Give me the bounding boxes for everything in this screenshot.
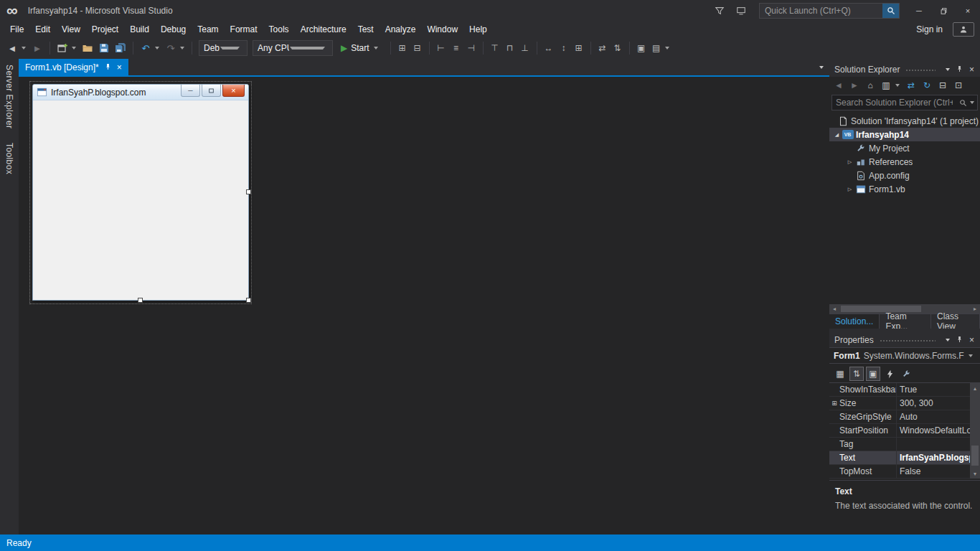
open-documents-dropdown-icon[interactable] <box>819 66 824 69</box>
navigate-back-icon[interactable]: ◄ <box>831 78 846 93</box>
chevron-down-icon[interactable] <box>72 47 76 50</box>
events-icon[interactable] <box>882 367 897 381</box>
refresh-icon[interactable]: ↻ <box>920 78 934 93</box>
scroll-up-icon[interactable]: ▴ <box>970 383 980 393</box>
scroll-left-icon[interactable]: ◂ <box>829 304 839 314</box>
new-project-icon[interactable] <box>55 40 70 56</box>
close-panel-icon[interactable]: × <box>966 63 978 75</box>
menu-project[interactable]: Project <box>86 22 124 37</box>
feedback-filter-icon[interactable] <box>709 0 730 22</box>
save-all-icon[interactable] <box>113 40 128 56</box>
expander-collapsed-icon[interactable]: ▷ <box>845 159 854 165</box>
property-row-text[interactable]: Text IrfanSyahP.blogspot.com <box>829 451 970 465</box>
scrollbar-track[interactable] <box>970 393 980 468</box>
navigate-back-icon[interactable]: ◄ <box>4 40 20 56</box>
categorized-icon[interactable]: ▦ <box>833 367 847 381</box>
pin-icon[interactable] <box>953 63 966 75</box>
tree-item-app-config[interactable]: App.config <box>829 169 980 182</box>
form-close-button[interactable]: × <box>222 85 245 97</box>
property-value[interactable]: False <box>897 465 970 478</box>
property-value[interactable]: IrfanSyahP.blogspot.com <box>897 451 970 464</box>
tab-class-view[interactable]: Class View <box>931 314 980 329</box>
align-tops-icon[interactable]: ⊤ <box>488 40 502 56</box>
alphabetical-icon[interactable]: ⇅ <box>849 367 864 381</box>
tab-solution-explorer[interactable]: Solution... <box>829 314 880 329</box>
chevron-down-icon[interactable] <box>665 47 669 50</box>
menu-view[interactable]: View <box>56 22 86 37</box>
resize-handle-right[interactable] <box>246 189 251 194</box>
scrollbar-track[interactable] <box>839 304 970 314</box>
search-icon[interactable] <box>882 4 899 18</box>
window-menu-icon[interactable] <box>941 63 953 75</box>
menu-help[interactable]: Help <box>463 22 493 37</box>
save-icon[interactable] <box>96 40 112 56</box>
quick-launch-input[interactable] <box>760 6 882 16</box>
sync-with-active-document-icon[interactable]: ⇄ <box>904 78 918 93</box>
align-middles-icon[interactable]: ⊓ <box>503 40 517 56</box>
form-minimize-button[interactable]: ─ <box>181 85 200 97</box>
vertical-spacing-icon[interactable]: ⇅ <box>611 40 625 56</box>
expand-box-icon[interactable]: ⊞ <box>829 397 839 410</box>
form-maximize-button[interactable] <box>202 85 221 97</box>
scrollbar-thumb[interactable] <box>971 446 979 466</box>
snap-to-lines-icon[interactable]: ⊟ <box>410 40 425 56</box>
scrollbar-thumb[interactable] <box>841 306 921 312</box>
start-debugging-button[interactable]: ▶ Start <box>341 43 381 53</box>
chevron-down-icon[interactable] <box>970 101 974 104</box>
chevron-down-icon[interactable] <box>895 84 900 87</box>
send-to-back-icon[interactable]: ▤ <box>649 40 664 56</box>
horizontal-spacing-icon[interactable]: ⇄ <box>595 40 610 56</box>
sidebar-item-toolbox[interactable]: Toolbox <box>4 143 14 174</box>
menu-file[interactable]: File <box>4 22 29 37</box>
tree-item-solution[interactable]: Solution 'Irfansyahp14' (1 project) <box>829 114 980 128</box>
user-account-icon[interactable] <box>953 22 974 37</box>
make-same-size-icon[interactable]: ⊞ <box>572 40 586 56</box>
sign-in-button[interactable]: Sign in <box>912 23 947 36</box>
property-value[interactable]: True <box>897 383 970 396</box>
property-row-topmost[interactable]: TopMost False <box>829 465 970 479</box>
navigate-forward-icon[interactable]: ► <box>29 40 45 56</box>
tree-item-project[interactable]: ◢ VB Irfansyahp14 <box>829 128 980 141</box>
make-same-width-icon[interactable]: ↔ <box>542 40 556 56</box>
tab-form1-design[interactable]: Form1.vb [Design]* × <box>19 59 128 75</box>
expander-expanded-icon[interactable]: ◢ <box>832 132 842 138</box>
tree-item-form1[interactable]: ▷ Form1.vb <box>829 182 980 196</box>
solution-explorer-header[interactable]: Solution Explorer × <box>829 62 980 77</box>
menu-window[interactable]: Window <box>421 22 463 37</box>
property-row-tag[interactable]: Tag <box>829 438 970 451</box>
align-rights-icon[interactable]: ⊣ <box>464 40 479 56</box>
expander-collapsed-icon[interactable]: ▷ <box>845 187 854 192</box>
property-row-startposition[interactable]: StartPosition WindowsDefaultLocation <box>829 424 970 438</box>
redo-icon[interactable]: ↷ <box>163 40 179 56</box>
properties-view-icon[interactable]: ▣ <box>866 367 880 381</box>
property-row-sizegripstyle[interactable]: SizeGripStyle Auto <box>829 410 970 424</box>
undo-icon[interactable]: ↶ <box>138 40 154 56</box>
chevron-down-icon[interactable] <box>22 47 26 50</box>
menu-debug[interactable]: Debug <box>155 22 192 37</box>
collapse-all-icon[interactable]: ⊟ <box>936 78 950 93</box>
pin-icon[interactable] <box>104 63 112 71</box>
open-file-icon[interactable] <box>80 40 95 56</box>
restore-button[interactable] <box>931 0 956 22</box>
close-panel-icon[interactable]: × <box>966 334 978 346</box>
menu-team[interactable]: Team <box>192 22 224 37</box>
pin-icon[interactable] <box>953 334 966 346</box>
home-icon[interactable]: ⌂ <box>863 78 877 93</box>
navigate-forward-icon[interactable]: ► <box>847 78 862 93</box>
tree-item-references[interactable]: ▷ References <box>829 155 980 169</box>
menu-architecture[interactable]: Architecture <box>295 22 352 37</box>
solution-platforms-dropdown[interactable]: Any CPU <box>253 40 333 56</box>
menu-test[interactable]: Test <box>352 22 380 37</box>
object-selector-dropdown[interactable]: Form1 System.Windows.Forms.Form <box>829 347 980 364</box>
property-value[interactable]: WindowsDefaultLocation <box>897 424 970 437</box>
resize-handle-bottom-right[interactable] <box>246 298 251 303</box>
align-lefts-icon[interactable]: ⊢ <box>434 40 448 56</box>
search-icon[interactable] <box>956 99 969 107</box>
scope-filter-icon[interactable]: ▥ <box>879 78 893 93</box>
property-value[interactable]: 300, 300 <box>897 397 970 410</box>
designed-form[interactable]: IrfanSyahP.blogspot.com ─ × <box>32 84 249 301</box>
close-tab-icon[interactable]: × <box>117 63 122 72</box>
property-value[interactable] <box>897 438 970 451</box>
property-row-showintaskbar[interactable]: ShowInTaskbar True <box>829 383 970 397</box>
scroll-down-icon[interactable]: ▾ <box>970 468 980 479</box>
